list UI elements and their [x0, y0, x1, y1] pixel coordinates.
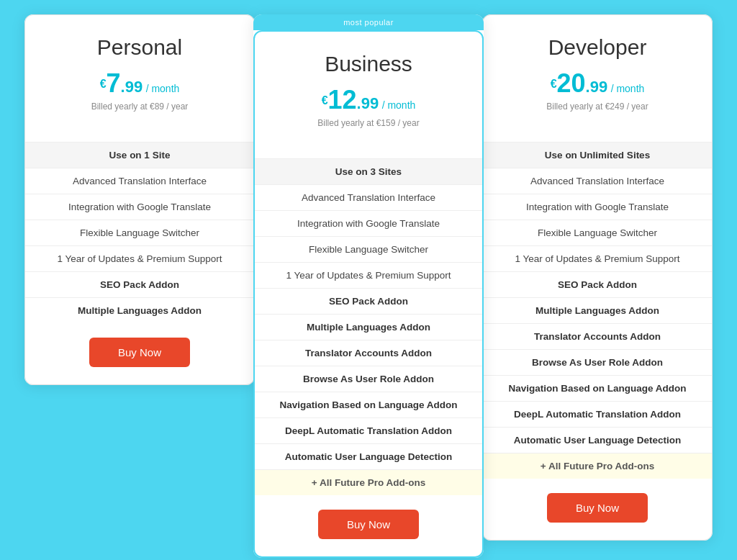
buy-btn-wrap: Buy Now [483, 479, 712, 540]
feature-item: Integration with Google Translate [483, 194, 712, 220]
feature-item: Flexible Language Switcher [25, 220, 254, 245]
price-decimal: .99 [357, 94, 379, 112]
most-popular-badge: most popular [253, 14, 484, 30]
price-period: / month [611, 83, 645, 94]
feature-item: Automatic User Language Detection [255, 443, 482, 469]
price-currency: € [322, 94, 328, 107]
feature-item: + All Future Pro Add-ons [483, 453, 712, 479]
price-currency: € [551, 78, 557, 90]
price-decimal: .99 [586, 78, 608, 96]
plan-name: Developer [497, 35, 697, 60]
plan-name: Business [269, 52, 468, 76]
plan-price: €20.99 / month [497, 68, 697, 99]
feature-item: Translator Accounts Addon [483, 323, 712, 349]
feature-item: Navigation Based on Language Addon [255, 392, 482, 417]
billed-yearly: Billed yearly at €159 / year [269, 118, 468, 128]
feature-item: Automatic User Language Detection [483, 427, 712, 453]
buy-btn-wrap: Buy Now [25, 323, 254, 384]
feature-item: SEO Pack Addon [483, 271, 712, 297]
feature-item: 1 Year of Updates & Premium Support [25, 245, 254, 271]
feature-item: 1 Year of Updates & Premium Support [483, 245, 712, 271]
feature-item: Integration with Google Translate [255, 210, 482, 236]
feature-item: + All Future Pro Add-ons [255, 469, 482, 495]
feature-item: Navigation Based on Language Addon [483, 375, 712, 401]
plan-card-business: most popular Business €12.99 / month Bil… [253, 14, 484, 558]
card-header: Developer €20.99 / month Billed yearly a… [483, 15, 712, 142]
feature-item: Flexible Language Switcher [483, 220, 712, 245]
feature-item: 1 Year of Updates & Premium Support [255, 262, 482, 288]
feature-item: Integration with Google Translate [25, 194, 254, 220]
features-list: Use on 3 SitesAdvanced Translation Inter… [255, 158, 482, 495]
features-list: Use on Unlimited SitesAdvanced Translati… [483, 142, 712, 479]
feature-item: Multiple Languages Addon [483, 297, 712, 323]
buy-btn-wrap: Buy Now [255, 495, 482, 556]
feature-item: Flexible Language Switcher [255, 236, 482, 262]
price-period: / month [146, 83, 180, 94]
price-amount: 7 [107, 68, 121, 98]
price-period: / month [382, 99, 416, 111]
feature-item: Multiple Languages Addon [25, 297, 254, 323]
price-amount: 12 [328, 85, 357, 114]
buy-now-button[interactable]: Buy Now [318, 510, 419, 539]
feature-item: Use on 1 Site [25, 142, 254, 168]
feature-item: Use on 3 Sites [255, 158, 482, 184]
price-amount: 20 [557, 68, 586, 98]
price-currency: € [100, 78, 107, 90]
buy-now-button[interactable]: Buy Now [89, 338, 190, 367]
plan-price: €7.99 / month [40, 68, 240, 99]
feature-item: Browse As User Role Addon [483, 349, 712, 375]
plan-name: Personal [40, 35, 240, 60]
billed-yearly: Billed yearly at €249 / year [497, 101, 697, 112]
feature-item: Browse As User Role Addon [255, 366, 482, 392]
plan-card-personal: Personal €7.99 / month Billed yearly at … [24, 14, 255, 385]
features-list: Use on 1 SiteAdvanced Translation Interf… [25, 142, 254, 323]
pricing-container: Personal €7.99 / month Billed yearly at … [14, 14, 723, 558]
feature-item: Advanced Translation Interface [25, 168, 254, 194]
billed-yearly: Billed yearly at €89 / year [40, 101, 240, 112]
plan-card-developer: Developer €20.99 / month Billed yearly a… [482, 14, 713, 541]
feature-item: SEO Pack Addon [25, 271, 254, 297]
card-header: Business €12.99 / month Billed yearly at… [255, 32, 482, 158]
feature-item: Use on Unlimited Sites [483, 142, 712, 168]
feature-item: Advanced Translation Interface [483, 168, 712, 194]
feature-item: SEO Pack Addon [255, 288, 482, 314]
buy-now-button[interactable]: Buy Now [547, 493, 648, 523]
plan-price: €12.99 / month [269, 85, 468, 115]
card-header: Personal €7.99 / month Billed yearly at … [25, 15, 254, 142]
feature-item: Multiple Languages Addon [255, 314, 482, 340]
price-decimal: .99 [121, 78, 143, 96]
feature-item: Advanced Translation Interface [255, 184, 482, 210]
feature-item: DeepL Automatic Translation Addon [483, 401, 712, 427]
feature-item: DeepL Automatic Translation Addon [255, 417, 482, 443]
feature-item: Translator Accounts Addon [255, 340, 482, 366]
